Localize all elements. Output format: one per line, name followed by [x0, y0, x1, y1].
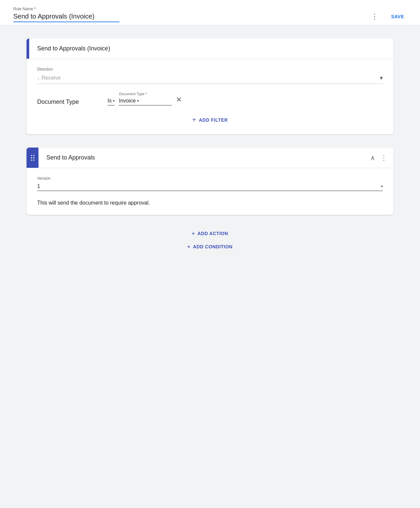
filter-field-name: Document Type — [37, 98, 104, 105]
version-chevron-icon: ▾ — [381, 184, 383, 189]
operator-value: Is — [107, 98, 111, 104]
action-card-header: Send to Approvals ∧ ⋮ — [27, 148, 393, 168]
drag-handle-icon[interactable] — [30, 154, 36, 162]
filter-field-name-col: Document Type — [37, 98, 104, 105]
filter-card-header: Send to Approvals (Invoice) — [27, 38, 393, 59]
add-filter-plus-icon: + — [192, 116, 196, 124]
action-card-header-actions: ∧ ⋮ — [370, 154, 393, 162]
filter-row: Document Type Is ▾ Document Type * Invoi… — [37, 92, 383, 105]
operator-chevron-icon: ▾ — [113, 98, 115, 103]
filter-value-label: Document Type * — [119, 92, 172, 96]
page-container: Rule Name * Send to Approvals (Invoice) … — [0, 0, 420, 508]
filter-value-col: Document Type * Invoice ▾ — [119, 92, 172, 105]
add-action-label: ADD ACTION — [197, 231, 228, 236]
dot — [31, 157, 32, 159]
value-text: Invoice — [119, 98, 136, 104]
direction-label: Direction — [37, 67, 383, 72]
action-card: Send to Approvals ∧ ⋮ Version 1 ▾ This w… — [27, 148, 393, 215]
direction-field-group: Direction ↓ Receive ▾ — [37, 67, 383, 84]
add-condition-button[interactable]: + ADD CONDITION — [187, 244, 233, 249]
down-arrow-icon: ↓ — [37, 75, 39, 81]
version-field: Version 1 ▾ — [37, 176, 383, 191]
rule-name-field: Rule Name * Send to Approvals (Invoice) — [13, 7, 119, 25]
version-value: 1 — [37, 183, 381, 189]
direction-select[interactable]: ↓ Receive ▾ — [37, 74, 383, 84]
value-select[interactable]: Invoice ▾ — [119, 98, 172, 105]
dot — [33, 157, 35, 159]
rule-name-label: Rule Name * — [13, 7, 119, 11]
filter-operator-col: Is ▾ — [107, 98, 115, 105]
collapse-icon[interactable]: ∧ — [370, 154, 375, 162]
dot — [31, 155, 32, 156]
filter-card-title: Send to Approvals (Invoice) — [29, 38, 393, 59]
add-action-plus-icon: + — [192, 231, 195, 236]
dot — [31, 159, 32, 161]
version-select[interactable]: 1 ▾ — [37, 183, 383, 191]
direction-value: ↓ Receive — [37, 75, 377, 81]
direction-chevron-icon: ▾ — [380, 74, 383, 82]
header: Rule Name * Send to Approvals (Invoice) … — [0, 0, 420, 25]
action-card-body: Version 1 ▾ This will send the document … — [27, 168, 393, 215]
filter-card: Send to Approvals (Invoice) Direction ↓ … — [27, 38, 393, 134]
add-condition-label: ADD CONDITION — [193, 244, 233, 249]
action-more-icon[interactable]: ⋮ — [381, 154, 387, 162]
add-filter-label: ADD FILTER — [199, 117, 228, 123]
action-card-accent — [27, 148, 38, 168]
main-content: Send to Approvals (Invoice) Direction ↓ … — [0, 25, 420, 276]
filter-card-accent — [27, 38, 29, 59]
add-condition-plus-icon: + — [187, 244, 190, 249]
add-filter-button[interactable]: + ADD FILTER — [192, 113, 228, 126]
remove-filter-button[interactable]: ✕ — [176, 95, 182, 104]
version-label: Version — [37, 176, 383, 181]
bottom-actions: + ADD ACTION + ADD CONDITION — [27, 228, 393, 263]
value-chevron-icon: ▾ — [137, 98, 139, 103]
dot — [33, 159, 35, 161]
dot — [33, 155, 35, 156]
action-card-title: Send to Approvals — [38, 148, 370, 168]
operator-select[interactable]: Is ▾ — [107, 98, 115, 105]
add-action-button[interactable]: + ADD ACTION — [192, 231, 228, 236]
save-button[interactable]: SAVE — [388, 13, 407, 21]
more-icon[interactable]: ⋮ — [371, 12, 378, 21]
rule-name-value: Send to Approvals (Invoice) — [13, 13, 119, 22]
header-actions: ⋮ SAVE — [371, 12, 407, 25]
filter-card-body: Direction ↓ Receive ▾ Document Type — [27, 59, 393, 134]
action-description: This will send the document to require a… — [37, 199, 383, 207]
